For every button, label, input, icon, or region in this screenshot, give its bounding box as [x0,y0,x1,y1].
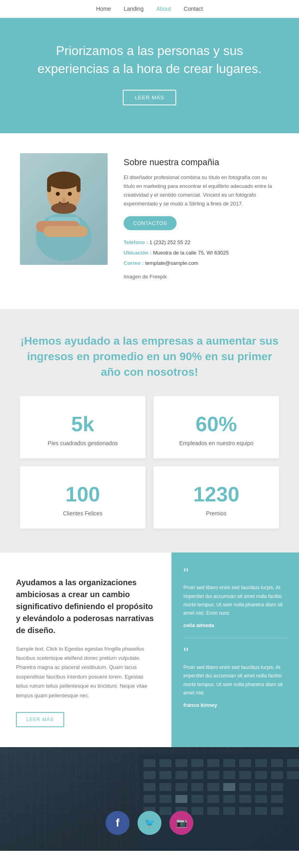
svg-rect-37 [223,783,235,791]
about-description: El diseñador profesional combina su títu… [124,173,279,208]
quote-mark-1: " [183,648,287,659]
image-credit: Imagen de Freepik [124,272,279,281]
svg-rect-26 [207,771,219,779]
stat-number-1: 60% [161,412,271,436]
svg-point-10 [68,192,72,196]
email-row: Correo : template@sample.com [124,258,279,268]
mission-leer-mas-button[interactable]: LEER MÁS [16,712,64,727]
svg-rect-13 [159,759,171,767]
hero-section: Priorizamos a las personas y sus experie… [0,18,299,133]
stats-heading: ¡Hemos ayudado a las empresas a aumentar… [20,333,279,380]
social-icons-container: f 🐦 📷 [106,811,193,835]
testimonial-text-0: Proin sed libero enim sed faucibus turpi… [183,584,287,617]
svg-rect-16 [207,759,219,767]
location-label: Ubicación : [124,250,153,256]
svg-rect-33 [159,783,171,791]
svg-rect-22 [144,771,155,779]
hero-heading: Priorizamos a las personas y sus experie… [32,42,267,78]
nav-about[interactable]: About [156,6,171,12]
building-section: f 🐦 📷 [0,747,299,851]
building-illustration [140,747,299,851]
svg-rect-58 [271,807,283,815]
svg-rect-30 [271,771,283,779]
about-content: Sobre nuestra compañia El diseñador prof… [124,153,279,289]
stat-label-0: Pies cuadrados gestionados [28,440,138,446]
phone-value: 1 (232) 252 55 22 [150,239,191,245]
about-image [20,153,108,265]
svg-point-9 [56,192,60,196]
mission-heading: Ayudamos a las organizaciones ambiciosas… [16,576,155,636]
svg-rect-15 [191,759,203,767]
stat-card-1: 60% Empleados en nuestro equipo [153,396,279,458]
stat-number-0: 5k [28,412,138,436]
about-section: Sobre nuestra compañia El diseñador prof… [0,133,299,309]
svg-rect-31 [287,771,299,779]
stat-label-1: Empleados en nuestro equipo [161,440,271,446]
svg-rect-56 [239,807,251,815]
svg-rect-54 [207,807,219,815]
svg-rect-40 [271,783,283,791]
svg-rect-46 [223,795,235,803]
nav-contact[interactable]: Contact [184,6,203,12]
facebook-icon[interactable]: f [106,811,130,835]
svg-rect-23 [159,771,171,779]
location-value: Muestra de la calle 75, WI 63025 [153,250,229,256]
svg-rect-42 [159,795,171,803]
stat-card-2: 100 Clientes Felices [20,466,146,529]
svg-rect-27 [223,771,235,779]
svg-rect-55 [223,807,235,815]
testimonial-divider [183,638,287,638]
svg-rect-8 [44,226,88,237]
svg-rect-14 [175,759,187,767]
instagram-camera: 📷 [176,818,187,828]
quote-mark-0: " [183,568,287,580]
nav-landing[interactable]: Landing [124,6,144,12]
main-nav: Home Landing About Contact [0,0,299,18]
svg-rect-24 [175,771,187,779]
testimonial-author-0: celia almeda [183,622,287,628]
testimonial-author-1: franco kinney [183,702,287,708]
contact-info: Teléfono : 1 (232) 252 55 22 Ubicación :… [124,237,279,268]
svg-rect-32 [144,783,155,791]
svg-rect-21 [287,759,299,767]
stat-label-3: Premios [161,510,271,517]
stat-card-0: 5k Pies cuadrados gestionados [20,396,146,458]
email-label: Correo : [124,260,145,266]
svg-rect-28 [239,771,251,779]
svg-rect-43 [175,795,187,803]
twitter-icon[interactable]: 🐦 [138,811,161,835]
contactos-button[interactable]: CONTACTOS [124,216,177,230]
instagram-icon[interactable]: 📷 [169,811,193,835]
svg-rect-39 [255,783,267,791]
phone-row: Teléfono : 1 (232) 252 55 22 [124,237,279,248]
svg-rect-49 [271,795,283,803]
mission-section: Ayudamos a las organizaciones ambiciosas… [0,552,299,747]
svg-rect-19 [255,759,267,767]
phone-label: Teléfono : [124,239,150,245]
testimonial-text-1: Proin sed libero enim sed faucibus turpi… [183,663,287,697]
nav-home[interactable]: Home [96,6,111,12]
svg-rect-17 [223,759,235,767]
testimonial-0: " Proin sed libero enim sed faucibus tur… [183,568,287,629]
person-illustration [28,157,100,261]
svg-rect-29 [255,771,267,779]
svg-rect-48 [255,795,267,803]
svg-rect-20 [271,759,283,767]
hero-leer-mas-button[interactable]: LEER MÁS [123,90,176,105]
svg-point-2 [47,172,81,189]
email-value: template@sample.com [145,260,198,266]
stats-section: ¡Hemos ayudado a las empresas a aumentar… [0,309,299,552]
svg-rect-57 [255,807,267,815]
testimonials-right: " Proin sed libero enim sed faucibus tur… [171,552,299,747]
testimonial-1: " Proin sed libero enim sed faucibus tur… [183,648,287,708]
footer-section: Preparándonos para su éxito, brindamos s… [0,851,299,868]
stats-highlight: 90% [179,350,202,363]
svg-rect-41 [144,795,155,803]
facebook-letter: f [116,817,119,829]
twitter-bird: 🐦 [144,818,155,828]
svg-rect-47 [239,795,251,803]
svg-rect-34 [175,783,187,791]
mission-left: Ayudamos a las organizaciones ambiciosas… [0,552,171,747]
svg-rect-38 [239,783,251,791]
svg-rect-4 [77,180,81,192]
